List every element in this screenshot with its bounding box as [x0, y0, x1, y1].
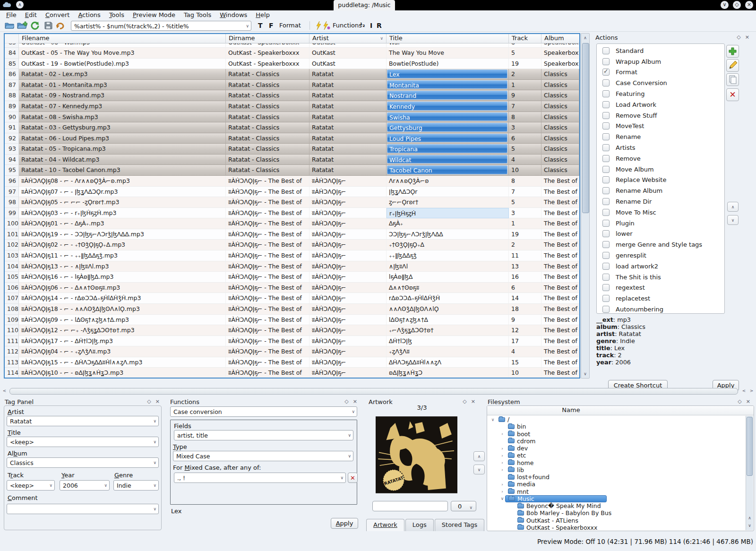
scroll-down-icon[interactable]: ∨: [746, 522, 753, 529]
action-item[interactable]: Format: [597, 67, 724, 78]
checkbox-icon[interactable]: [602, 101, 610, 108]
table-row[interactable]: 86Ratatat - 02 - Lex.mp3Ratatat - Classi…: [5, 69, 579, 80]
table-row[interactable]: 85OutKast - 19 - Bowtie(Postlude).mp3Out…: [5, 59, 579, 69]
table-row[interactable]: 93Ratatat - 05 - Tropicana.mp3Ratatat - …: [5, 144, 579, 155]
table-cell[interactable]: ʬÀḢƆΛϘǀҕ18 - ⌐ - ∧∧Λʘǯ∆ǀɮʘΛ∧lϘ.mp3: [19, 304, 226, 315]
action-item[interactable]: Wrapup Album: [597, 56, 724, 67]
apply-function-button[interactable]: Apply: [331, 518, 358, 529]
action-item[interactable]: lower: [597, 229, 724, 240]
table-cell[interactable]: Classics: [541, 101, 579, 112]
after-any-of-combo[interactable]: ., !∨: [174, 473, 346, 483]
table-cell[interactable]: 18: [509, 304, 541, 315]
table-cell[interactable]: 98: [5, 197, 19, 208]
table-cell[interactable]: Ratatat - Classics: [226, 69, 309, 80]
refresh-icon[interactable]: [30, 21, 39, 30]
checkbox-icon[interactable]: [602, 220, 610, 227]
title-combo[interactable]: <keep>∨: [7, 437, 159, 447]
table-cell[interactable]: OutKast - 08 - War.mp3: [19, 43, 226, 48]
table-cell[interactable]: Loud Pipes: [387, 133, 509, 144]
table-cell[interactable]: ʬÀḢƆΛϘǀҕ⌐: [309, 336, 387, 347]
table-cell[interactable]: Ratatat: [309, 165, 387, 176]
column-header-artist[interactable]: Artist∨: [309, 34, 387, 43]
table-cell[interactable]: 103: [5, 250, 19, 261]
table-cell[interactable]: ʬÀḢƆΛϘǀҕ17 - ⌐ - ∆Ḣ†lƆǀɮ.mp3: [19, 336, 226, 347]
action-item[interactable]: regextest: [597, 283, 724, 293]
table-row[interactable]: 112ʬÀḢƆΛϘǀҕ04 - ⌐ - ₊ȥΛǯΛʬ.mp3ʬÀḢƆΛϘǀҕ⌐ …: [5, 346, 579, 357]
expander-closed-icon[interactable]: ›: [499, 482, 505, 487]
checkbox-icon[interactable]: [602, 176, 610, 183]
table-cell[interactable]: 15: [509, 357, 541, 368]
function-select-combo[interactable]: Case conversion∨: [170, 406, 357, 417]
edit-action-button[interactable]: [726, 59, 739, 72]
table-cell[interactable]: Λr∧∧ʚϘǯÀ⌐ʚ: [387, 176, 509, 187]
action-item[interactable]: Rename: [597, 131, 724, 142]
i-button[interactable]: I: [370, 22, 372, 29]
menu-tools[interactable]: Tools: [105, 11, 129, 18]
table-cell[interactable]: The Best of .: [541, 272, 579, 283]
checkbox-icon[interactable]: [602, 69, 610, 76]
tag-to-filename-button[interactable]: T: [258, 22, 263, 29]
table-cell[interactable]: 16: [509, 272, 541, 283]
table-cell[interactable]: 6: [509, 283, 541, 293]
table-cell[interactable]: ʬÀḢƆΛϘǀҕ⌐: [309, 357, 387, 368]
table-cell[interactable]: Classics: [541, 155, 579, 165]
table-cell[interactable]: 105: [5, 272, 19, 283]
delete-action-button[interactable]: ✕: [726, 88, 739, 101]
table-cell[interactable]: Ratatat - 02 - Lex.mp3: [19, 69, 226, 80]
table-cell[interactable]: The Best of .: [541, 325, 579, 336]
table-cell[interactable]: The Way You Move: [387, 48, 509, 59]
table-cell[interactable]: 6: [509, 133, 541, 144]
lightning-dot-icon[interactable]: [323, 21, 330, 30]
table-cell[interactable]: 7: [509, 101, 541, 112]
action-item[interactable]: Rename Dir: [597, 196, 724, 207]
chevron-up-circle-icon[interactable]: ∧: [16, 1, 24, 9]
tab-logs[interactable]: Logs: [405, 519, 434, 532]
menu-actions[interactable]: Actions: [74, 11, 105, 18]
table-cell[interactable]: Classics: [541, 133, 579, 144]
table-cell[interactable]: ʬÀḢƆΛϘǀҕ⌐: [309, 293, 387, 304]
table-cell[interactable]: OutKast - Speakerboxxx: [226, 43, 309, 48]
fields-combo[interactable]: artist, title∨: [174, 430, 353, 440]
table-cell[interactable]: Classics: [541, 90, 579, 101]
table-cell[interactable]: OutKast: [309, 59, 387, 69]
table-cell[interactable]: The Best of .: [541, 304, 579, 315]
table-cell[interactable]: 2: [509, 69, 541, 80]
table-cell[interactable]: 7: [509, 187, 541, 198]
table-cell[interactable]: The Best of .: [541, 368, 579, 378]
format-button[interactable]: Format: [279, 22, 301, 29]
table-cell[interactable]: The Best of .: [541, 346, 579, 357]
table-cell[interactable]: ȥ⌐⌐Ϙrʚr†: [387, 197, 509, 208]
expander-closed-icon[interactable]: ›: [499, 460, 505, 465]
scroll-down-icon[interactable]: ∨: [581, 370, 589, 378]
table-cell[interactable]: Nostrand: [387, 90, 509, 101]
fs-item[interactable]: ›boot: [487, 430, 746, 438]
table-cell[interactable]: 8: [509, 176, 541, 187]
scrollbar-thumb[interactable]: [9, 388, 738, 395]
table-cell[interactable]: ʬÀḢƆΛϘǀҕ01 - ⌐ - ∆ҕÀ₊.mp3: [19, 218, 226, 229]
table-cell[interactable]: ʬÀḢƆΛϘǀҕ⌐ - The Best of: [226, 293, 309, 304]
scrollbar-thumb[interactable]: [747, 417, 753, 476]
expander-closed-icon[interactable]: ›: [499, 453, 505, 458]
checkbox-icon[interactable]: [602, 133, 610, 140]
fs-item[interactable]: ›etc: [487, 452, 746, 459]
table-cell[interactable]: The Best of .: [541, 283, 579, 293]
table-cell[interactable]: 111: [5, 336, 19, 347]
table-cell[interactable]: 10: [509, 165, 541, 176]
table-cell[interactable]: Ratatat - 08 - Swisha.mp3: [19, 112, 226, 123]
close-button[interactable]: ×: [745, 1, 753, 9]
year-combo[interactable]: 2006∨: [60, 480, 110, 491]
table-cell[interactable]: Ratatat: [309, 90, 387, 101]
table-cell[interactable]: The Best of .: [541, 315, 579, 326]
table-cell[interactable]: 107: [5, 293, 19, 304]
table-cell[interactable]: ʬÀḢƆΛϘǀҕ19 - ⌐ - ƆƆǀɮҕ⌐ΛƆrǯǀɮΛ∆∆.mp3: [19, 229, 226, 240]
table-cell[interactable]: ʬÀḢƆΛϘǀҕ⌐ - The Best of: [226, 250, 309, 261]
table-cell[interactable]: ʬÀḢƆΛϘǀҕ⌐ - The Best of: [226, 208, 309, 219]
table-cell[interactable]: ʬÀḢƆΛϘǀҕ⌐: [309, 229, 387, 240]
checkbox-icon[interactable]: [602, 90, 610, 97]
close-panel-icon[interactable]: ×: [353, 398, 357, 405]
table-row[interactable]: 98ʬÀḢƆΛϘǀҕ05 - ⌐ ⌐⌐ -ȥϘrʚr†.mp3ʬÀḢƆΛϘǀҕ⌐…: [5, 197, 579, 208]
expander-closed-icon[interactable]: ›: [499, 467, 505, 472]
table-cell[interactable]: ʬÀḢƆΛϘǀҕ⌐ - The Best of: [226, 368, 309, 378]
genre-combo[interactable]: Indie∨: [113, 480, 159, 491]
table-cell[interactable]: Ratatat: [309, 133, 387, 144]
